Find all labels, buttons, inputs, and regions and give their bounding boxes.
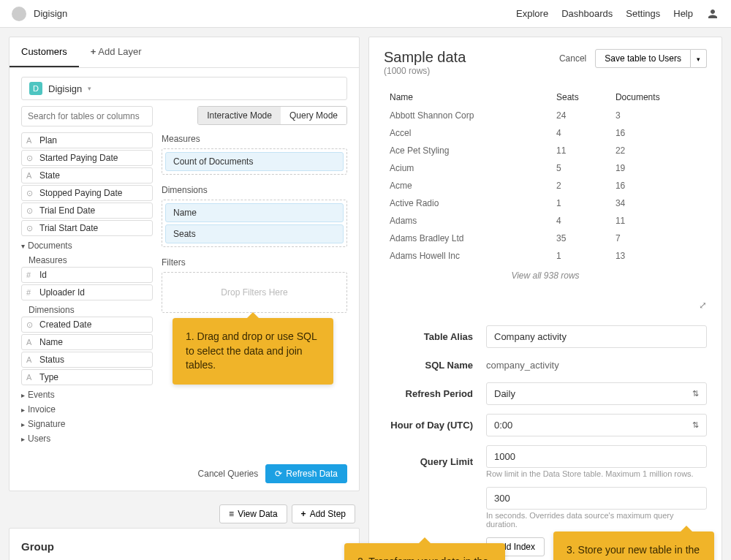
tree-documents[interactable]: Documents: [21, 238, 153, 252]
col-name: Name: [384, 88, 550, 107]
drop-area: Interactive Mode Query Mode Measures Cou…: [162, 106, 347, 445]
dimension-chip-name[interactable]: Name: [165, 203, 344, 222]
measures-drop-label: Measures: [162, 134, 347, 144]
brand-name: Digisign: [34, 8, 67, 19]
field-created-date[interactable]: ⊙Created Date: [21, 317, 153, 333]
nav-help[interactable]: Help: [673, 8, 693, 19]
table-settings: Table Alias Company activity SQL Name co…: [369, 318, 721, 560]
callout-2: 2. Transform your data in the Data Pipel…: [344, 543, 505, 560]
refresh-icon: [275, 469, 282, 479]
query-mode-button[interactable]: Query Mode: [281, 107, 346, 124]
add-layer-button[interactable]: Add Layer: [79, 37, 154, 67]
table-alias-label: Table Alias: [384, 331, 486, 342]
measures-drop-zone[interactable]: Count of Documents: [162, 148, 347, 175]
table-row: Acium519: [384, 159, 707, 177]
datasource-select[interactable]: D Digisign: [21, 77, 347, 100]
mode-toggle: Interactive Mode Query Mode: [197, 106, 347, 125]
tree-dimensions-label: Dimensions: [21, 302, 153, 317]
caret-down-icon: [697, 53, 700, 64]
hour-of-day-select[interactable]: 0:00: [486, 414, 707, 436]
table-alias-input[interactable]: Company activity: [486, 325, 707, 348]
tree-measures-label: Measures: [21, 252, 153, 267]
nav-settings[interactable]: Settings: [626, 8, 660, 19]
field-type[interactable]: AType: [21, 369, 153, 385]
nav-explore[interactable]: Explore: [516, 8, 548, 19]
sample-subtitle: (1000 rows): [384, 66, 466, 76]
callout-3: 3. Store your new table in the cloud whi…: [553, 531, 714, 560]
tree-events[interactable]: Events: [21, 387, 153, 401]
table-row: Adams Bradley Ltd357: [384, 230, 707, 247]
sample-table: Name Seats Documents Abbott Shannon Corp…: [384, 88, 707, 265]
timeout-input[interactable]: 300: [486, 487, 707, 510]
plus-icon: [91, 46, 96, 57]
plus-icon: [301, 509, 306, 519]
cancel-button[interactable]: Cancel: [559, 53, 586, 64]
add-step-button[interactable]: Add Step: [292, 504, 355, 523]
search-input[interactable]: [21, 106, 153, 126]
query-limit-label: Query Limit: [384, 456, 486, 467]
field-state[interactable]: AState: [21, 167, 153, 183]
list-icon: [229, 509, 234, 519]
field-stopped-paying-date[interactable]: ⊙Stopped Paying Date: [21, 185, 153, 201]
tree-signature[interactable]: Signature: [21, 416, 153, 431]
refresh-period-select[interactable]: Daily: [486, 382, 707, 405]
topbar: Digisign Explore Dashboards Settings Hel…: [0, 0, 731, 28]
query-limit-hint: Row limit in the Data Store table. Maxim…: [486, 469, 707, 478]
hour-of-day-label: Hour of Day (UTC): [384, 420, 486, 431]
dimension-chip-seats[interactable]: Seats: [165, 224, 344, 243]
table-row: Adams Howell Inc113: [384, 247, 707, 265]
cancel-queries-button[interactable]: Cancel Queries: [198, 469, 259, 479]
callout-1: 1. Drag and drop or use SQL to select th…: [173, 318, 333, 385]
filters-empty-text: Drop Filters Here: [165, 276, 344, 309]
field-uploader-id[interactable]: #Uploader Id: [21, 284, 153, 300]
field-name[interactable]: AName: [21, 334, 153, 350]
pipeline-toolbar: View Data Add Step: [9, 500, 360, 528]
query-limit-input[interactable]: 1000: [486, 445, 707, 468]
group-title: Group: [21, 540, 347, 553]
table-row: Acme216: [384, 177, 707, 194]
datasource-icon: D: [29, 82, 42, 95]
timeout-hint: In seconds. Overrides data source's maxi…: [486, 511, 707, 529]
table-row: Accel416: [384, 124, 707, 142]
col-documents: Documents: [610, 88, 707, 107]
query-builder-panel: Customers Add Layer D Digisign APlan ⊙St…: [9, 37, 360, 491]
filters-drop-label: Filters: [162, 257, 347, 268]
field-status[interactable]: AStatus: [21, 352, 153, 368]
expand-icon[interactable]: ⤢: [699, 300, 707, 311]
sample-data-panel: Sample data (1000 rows) Cancel Save tabl…: [368, 37, 722, 560]
group-step-panel: Group Column Name Action (Aggregation or…: [9, 528, 360, 560]
interactive-mode-button[interactable]: Interactive Mode: [198, 107, 281, 124]
field-trial-end-date[interactable]: ⊙Trial End Date: [21, 203, 153, 219]
user-avatar-icon[interactable]: [706, 7, 719, 20]
table-row: Active Radio134: [384, 194, 707, 212]
dimensions-drop-zone[interactable]: Name Seats: [162, 200, 347, 247]
tab-customers[interactable]: Customers: [10, 37, 79, 67]
brand-logo: [12, 7, 26, 21]
tree-users[interactable]: Users: [21, 431, 153, 445]
sample-title: Sample data: [384, 49, 466, 66]
save-table-dropdown[interactable]: [691, 49, 707, 68]
refresh-period-label: Refresh Period: [384, 388, 486, 399]
dimensions-drop-label: Dimensions: [162, 185, 347, 195]
view-data-button[interactable]: View Data: [219, 504, 287, 523]
view-all-rows[interactable]: View all 938 rows: [384, 265, 707, 287]
datasource-label: Digisign: [48, 83, 82, 94]
field-started-paying-date[interactable]: ⊙Started Paying Date: [21, 150, 153, 166]
nav-dashboards[interactable]: Dashboards: [561, 8, 613, 19]
refresh-data-button[interactable]: Refresh Data: [265, 464, 347, 483]
schema-tree: APlan ⊙Started Paying Date AState ⊙Stopp…: [21, 106, 153, 445]
save-table-button[interactable]: Save table to Users: [595, 49, 691, 68]
field-trial-start-date[interactable]: ⊙Trial Start Date: [21, 220, 153, 236]
sql-name-value: company_activity: [486, 357, 707, 374]
field-id[interactable]: #Id: [21, 267, 153, 283]
measure-chip[interactable]: Count of Documents: [165, 152, 344, 171]
table-row: Abbott Shannon Corp243: [384, 107, 707, 124]
table-row: Adams411: [384, 212, 707, 230]
sql-name-label: SQL Name: [384, 360, 486, 371]
field-plan[interactable]: APlan: [21, 132, 153, 148]
tree-invoice[interactable]: Invoice: [21, 401, 153, 416]
col-seats: Seats: [550, 88, 610, 107]
filters-drop-zone[interactable]: Drop Filters Here: [162, 272, 347, 313]
table-row: Ace Pet Styling1122: [384, 142, 707, 159]
